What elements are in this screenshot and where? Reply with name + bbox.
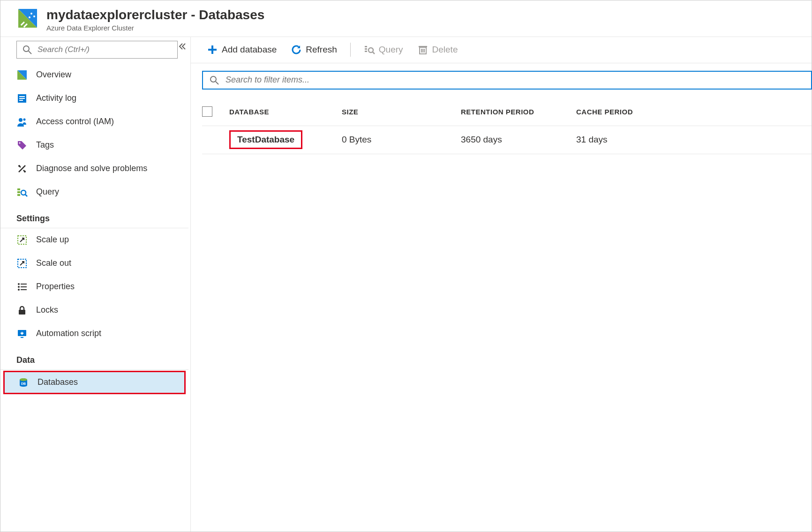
svg-point-29 xyxy=(18,286,20,288)
svg-rect-32 xyxy=(21,289,27,290)
sidebar-search-input[interactable] xyxy=(38,45,173,54)
column-cache[interactable]: CACHE PERIOD xyxy=(576,108,812,116)
sidebar-item-label: Properties xyxy=(36,282,75,292)
svg-line-43 xyxy=(373,52,375,54)
query-icon xyxy=(364,44,375,55)
database-name-link[interactable]: TestDatabase xyxy=(229,130,302,149)
activity-log-icon xyxy=(16,93,28,104)
svg-point-19 xyxy=(24,171,26,172)
sidebar-item-label: Query xyxy=(36,187,59,197)
svg-point-49 xyxy=(211,76,216,82)
sidebar-item-scale-out[interactable]: Scale out xyxy=(0,252,188,275)
button-label: Add database xyxy=(222,45,277,55)
search-icon xyxy=(22,44,33,55)
sidebar-item-diagnose[interactable]: Diagnose and solve problems xyxy=(0,157,188,180)
svg-point-42 xyxy=(368,48,373,52)
sidebar-item-databases[interactable]: DB Databases xyxy=(3,371,186,394)
cluster-icon xyxy=(16,7,39,30)
svg-rect-33 xyxy=(19,310,25,315)
sidebar-item-label: Tags xyxy=(36,140,54,150)
sidebar-item-access-control[interactable]: Access control (IAM) xyxy=(0,110,188,134)
diagnose-icon xyxy=(16,163,28,174)
sidebar-item-tags[interactable]: Tags xyxy=(0,134,188,157)
sidebar-nav[interactable]: Overview Activity log Access control (IA… xyxy=(0,63,190,532)
sidebar-item-overview[interactable]: Overview xyxy=(0,63,188,87)
toolbar: Add database Refresh Query xyxy=(191,37,812,63)
column-size[interactable]: SIZE xyxy=(342,108,461,116)
svg-point-27 xyxy=(18,283,20,285)
sidebar-item-query[interactable]: Query xyxy=(0,180,188,204)
refresh-icon xyxy=(291,44,302,55)
delete-button: Delete xyxy=(413,40,463,59)
svg-rect-14 xyxy=(19,100,23,101)
toolbar-separator xyxy=(350,43,351,57)
table-header: DATABASE SIZE RETENTION PERIOD CACHE PER… xyxy=(202,98,812,126)
automation-icon xyxy=(16,328,28,339)
search-icon xyxy=(209,75,220,86)
page-subtitle: Azure Data Explorer Cluster xyxy=(46,24,264,32)
cell-size: 0 Bytes xyxy=(342,135,461,145)
query-button: Query xyxy=(359,40,408,59)
page-title: mydataexplorercluster - Databases xyxy=(46,7,264,23)
svg-rect-13 xyxy=(19,98,25,99)
svg-line-24 xyxy=(25,195,27,196)
sidebar-item-automation-script[interactable]: Automation script xyxy=(0,322,188,345)
sidebar-collapse-button[interactable] xyxy=(176,41,188,52)
sidebar-search[interactable] xyxy=(16,41,178,59)
sidebar-item-label: Locks xyxy=(36,305,58,315)
svg-point-17 xyxy=(19,142,21,143)
svg-rect-41 xyxy=(365,51,367,52)
svg-text:DB: DB xyxy=(21,382,26,385)
sidebar-section-data: Data xyxy=(0,351,188,370)
svg-point-23 xyxy=(21,190,26,195)
scale-out-icon xyxy=(16,258,28,269)
svg-point-4 xyxy=(29,16,30,18)
sidebar-item-label: Diagnose and solve problems xyxy=(36,164,147,173)
sidebar-section-settings: Settings xyxy=(0,210,188,228)
filter-search[interactable] xyxy=(202,71,812,90)
column-retention[interactable]: RETENTION PERIOD xyxy=(461,108,576,116)
sidebar-item-scale-up[interactable]: Scale up xyxy=(0,228,188,252)
sidebar-item-label: Scale out xyxy=(36,258,71,268)
filter-search-input[interactable] xyxy=(226,75,805,85)
sidebar-item-activity-log[interactable]: Activity log xyxy=(0,87,188,110)
svg-rect-22 xyxy=(17,194,20,196)
svg-rect-20 xyxy=(17,188,20,190)
svg-rect-30 xyxy=(21,286,27,287)
sidebar-item-locks[interactable]: Locks xyxy=(0,299,188,322)
locks-icon xyxy=(16,305,28,316)
sidebar: Overview Activity log Access control (IA… xyxy=(0,37,191,532)
sidebar-item-label: Scale up xyxy=(36,235,69,245)
select-all-checkbox[interactable] xyxy=(202,106,212,117)
sidebar-item-label: Access control (IAM) xyxy=(36,117,114,127)
databases-table: DATABASE SIZE RETENTION PERIOD CACHE PER… xyxy=(202,98,812,154)
cell-retention: 3650 days xyxy=(461,135,576,145)
tags-icon xyxy=(16,140,28,151)
button-label: Refresh xyxy=(306,45,337,55)
table-row[interactable]: TestDatabase 0 Bytes 3650 days 31 days xyxy=(202,126,812,154)
refresh-button[interactable]: Refresh xyxy=(286,40,342,59)
svg-rect-45 xyxy=(419,46,427,47)
svg-point-3 xyxy=(33,15,35,17)
button-label: Delete xyxy=(432,45,458,55)
sidebar-item-label: Activity log xyxy=(36,93,76,103)
svg-point-2 xyxy=(30,13,32,15)
column-database[interactable]: DATABASE xyxy=(229,108,342,116)
svg-point-15 xyxy=(19,118,23,122)
delete-icon xyxy=(417,44,429,55)
properties-icon xyxy=(16,281,28,292)
sidebar-item-label: Databases xyxy=(38,377,78,387)
scale-up-icon xyxy=(16,234,28,246)
add-database-button[interactable]: Add database xyxy=(202,40,281,59)
svg-rect-21 xyxy=(17,191,20,193)
page-header: mydataexplorercluster - Databases Azure … xyxy=(0,0,812,37)
main-content: Add database Refresh Query xyxy=(191,37,812,532)
query-icon xyxy=(16,187,28,198)
sidebar-item-label: Overview xyxy=(36,70,71,80)
button-label: Query xyxy=(379,45,403,55)
sidebar-item-properties[interactable]: Properties xyxy=(0,275,188,299)
svg-point-7 xyxy=(23,46,29,52)
svg-rect-40 xyxy=(365,48,367,50)
access-control-icon xyxy=(16,116,28,127)
svg-point-37 xyxy=(20,378,27,381)
